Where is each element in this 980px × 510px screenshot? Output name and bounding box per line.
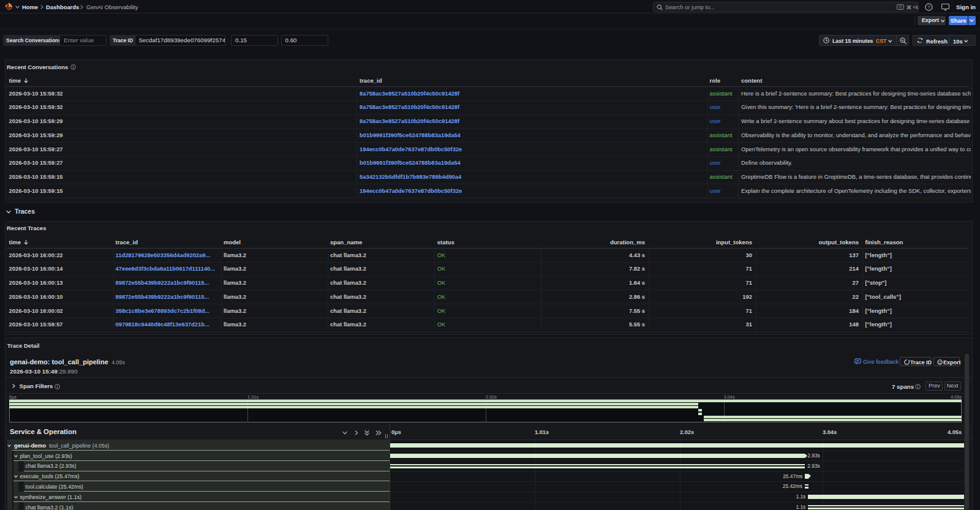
- svg-text:?: ?: [927, 4, 930, 10]
